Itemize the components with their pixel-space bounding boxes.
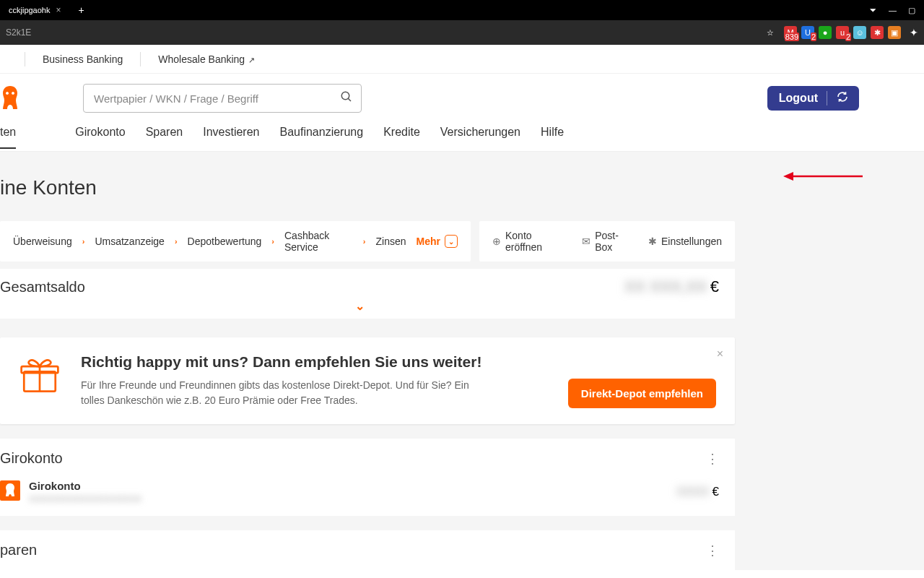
action-uberweisung[interactable]: Überweisung	[13, 236, 72, 247]
gear-icon: ✱	[648, 236, 657, 247]
balance-label: Gesamtsaldo	[0, 279, 85, 296]
account-row[interactable]: Girokonto XXXXXXXXXXXXXXXXXX XXXX€	[0, 467, 719, 504]
extension-icon[interactable]: U2	[801, 26, 814, 39]
chevron-right-icon: ›	[271, 237, 274, 246]
new-tab-icon[interactable]: +	[79, 4, 84, 16]
extension-icon[interactable]: ✱	[871, 26, 884, 39]
extension-icon[interactable]: M839	[784, 26, 797, 39]
promo-title: Richtig happy mit uns? Dann empfehlen Si…	[81, 353, 548, 371]
action-cashback[interactable]: Cashback Service	[284, 230, 353, 253]
balance-amount: XX XXX,XX€	[624, 277, 719, 296]
sparen-section: paren ⋮	[0, 530, 735, 570]
browser-extension-area: ☆ M839 U2 ● u2 ☺ ✱ ▣ ✦	[767, 26, 918, 39]
nav-sparen[interactable]: Sparen	[146, 126, 183, 149]
bookmark-star-icon[interactable]: ☆	[767, 28, 774, 38]
external-link-icon: ↗	[246, 56, 255, 64]
address-bar: S2k1E ☆ M839 U2 ● u2 ☺ ✱ ▣ ✦	[0, 20, 924, 45]
svg-marker-3	[783, 172, 793, 181]
chevron-right-icon: ›	[175, 237, 178, 246]
chevron-right-icon: ›	[363, 237, 366, 246]
separator	[827, 91, 827, 105]
promo-card: × Richtig happy mit uns? Dann empfehlen …	[0, 337, 735, 424]
account-number: XXXXXXXXXXXXXXXXXX	[29, 493, 668, 504]
balance-card: Gesamtsaldo XX XXX,XX€ ⌄	[0, 269, 735, 319]
header-row: Logout	[0, 74, 924, 123]
close-icon[interactable]: ×	[717, 348, 723, 361]
wholesale-banking-link[interactable]: Wholesale Banking ↗	[158, 53, 255, 65]
promo-cta-button[interactable]: Direkt-Depot empfehlen	[568, 379, 716, 408]
account-balance: XXXX€	[676, 485, 719, 499]
more-menu-icon[interactable]: ⋮	[706, 543, 719, 558]
action-umsatz[interactable]: Umsatzanzeige	[95, 236, 165, 247]
content-area: ine Konten Überweisung › Umsatzanzeige ›…	[0, 152, 924, 570]
browser-tab-bar: cckjipgaohk × + ⏷ — ▢	[0, 0, 924, 20]
extension-icon[interactable]: u2	[836, 26, 849, 39]
nav-versicherungen[interactable]: Versicherungen	[440, 126, 520, 149]
minimize-icon[interactable]: —	[889, 6, 897, 14]
nav-investieren[interactable]: Investieren	[203, 126, 259, 149]
refresh-icon[interactable]	[836, 90, 849, 106]
tab-title: cckjipgaohk	[9, 6, 50, 14]
logout-label: Logout	[779, 92, 818, 105]
quick-actions-left: Überweisung › Umsatzanzeige › Depotbewer…	[0, 221, 471, 262]
sparen-title: paren	[0, 542, 37, 558]
nav-kredite[interactable]: Kredite	[383, 126, 420, 149]
action-konto-eroffnen[interactable]: ⊕Konto eröffnen	[492, 230, 566, 253]
divider	[25, 52, 25, 66]
divider	[140, 52, 141, 66]
header-right: Logout	[767, 86, 924, 111]
search-icon[interactable]	[340, 90, 353, 106]
mail-icon: ✉	[582, 236, 590, 247]
nav-konten[interactable]: ten	[0, 126, 16, 149]
action-zinsen[interactable]: Zinsen	[376, 236, 406, 247]
account-name: Girokonto	[29, 480, 668, 492]
extensions-puzzle-icon[interactable]: ✦	[910, 27, 918, 38]
annotation-arrow	[783, 169, 863, 186]
girokonto-section: Girokonto ⋮ Girokonto XXXXXXXXXXXXXXXXXX…	[0, 439, 735, 516]
logout-button[interactable]: Logout	[767, 86, 859, 111]
svg-line-1	[348, 98, 351, 101]
business-banking-link[interactable]: Business Banking	[43, 53, 123, 65]
search-wrapper	[83, 84, 362, 113]
action-row: Überweisung › Umsatzanzeige › Depotbewer…	[0, 221, 924, 262]
action-einstellungen[interactable]: ✱Einstellungen	[648, 236, 722, 247]
extension-icon[interactable]: ●	[819, 26, 832, 39]
quick-actions-right: ⊕Konto eröffnen ✉Post-Box ✱Einstellungen	[479, 221, 735, 262]
maximize-icon[interactable]: ▢	[908, 6, 915, 15]
more-menu-icon[interactable]: ⋮	[706, 451, 719, 467]
girokonto-title: Girokonto	[0, 450, 63, 467]
action-postbox[interactable]: ✉Post-Box	[582, 230, 632, 253]
browser-tab[interactable]: cckjipgaohk ×	[3, 2, 67, 18]
promo-body: Für Ihre Freunde und Freundinnen gibts d…	[81, 378, 492, 408]
search-input[interactable]	[83, 84, 362, 113]
chevron-down-icon: ⌄	[445, 235, 458, 248]
gift-icon	[19, 353, 61, 408]
main-nav: ten Girokonto Sparen Investieren Baufina…	[0, 123, 924, 152]
extension-icon[interactable]: ☺	[853, 26, 866, 39]
window-controls: ⏷ — ▢	[869, 6, 921, 15]
nav-baufinanzierung[interactable]: Baufinanzierung	[279, 126, 363, 149]
action-mehr[interactable]: Mehr ⌄	[417, 235, 458, 248]
chevron-right-icon: ›	[82, 237, 85, 246]
caret-down-icon[interactable]: ⏷	[869, 6, 877, 14]
ing-lion-logo[interactable]	[0, 85, 20, 112]
top-link-bar: Business Banking Wholesale Banking ↗	[0, 45, 924, 74]
ing-lion-icon	[0, 480, 20, 504]
promo-text: Richtig happy mit uns? Dann empfehlen Si…	[81, 353, 548, 408]
action-depot[interactable]: Depotbewertung	[188, 236, 262, 247]
extension-icon[interactable]: ▣	[888, 26, 901, 39]
nav-hilfe[interactable]: Hilfe	[541, 126, 564, 149]
plus-circle-icon: ⊕	[492, 236, 501, 247]
url-text[interactable]: S2k1E	[6, 27, 31, 38]
expand-chevron-icon[interactable]: ⌄	[0, 296, 719, 313]
svg-point-0	[341, 92, 349, 100]
tab-close-icon[interactable]: ×	[56, 5, 61, 15]
nav-girokonto[interactable]: Girokonto	[75, 126, 125, 149]
